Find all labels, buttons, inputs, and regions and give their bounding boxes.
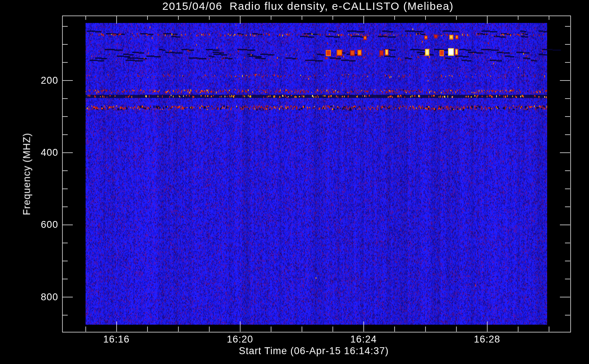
x-tick-label: 16:16 <box>103 334 130 345</box>
x-tick-label: 16:28 <box>474 334 501 345</box>
y-axis-label: Frequency (MHZ) <box>21 133 33 215</box>
y-tick-label: 600 <box>19 219 58 230</box>
y-tick-label: 200 <box>19 75 58 86</box>
plot-title: 2015/04/06 Radio flux density, e-CALLIST… <box>162 0 454 12</box>
y-tick-label: 800 <box>19 292 58 303</box>
x-axis-label: Start Time (06-Apr-15 16:14:37) <box>239 345 389 357</box>
spectrogram-figure: 2015/04/06 Radio flux density, e-CALLIST… <box>0 0 589 364</box>
y-tick-label: 400 <box>19 147 58 158</box>
x-tick-label: 16:20 <box>227 334 253 345</box>
spectrogram-canvas <box>0 0 589 364</box>
x-tick-label: 16:24 <box>350 334 377 345</box>
